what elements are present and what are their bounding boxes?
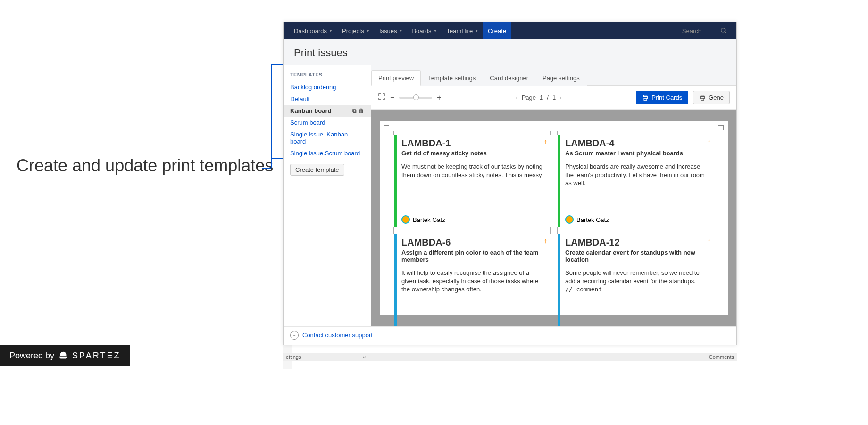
- sliver-text: Comments: [709, 354, 737, 360]
- nav-issues[interactable]: Issues▼: [375, 22, 408, 39]
- svg-point-0: [721, 28, 725, 32]
- caret-down-icon: ▼: [329, 29, 333, 33]
- card-grid: ↑ LAMBDA-1 Get rid of messy sticky notes…: [390, 131, 718, 326]
- crop-mark-icon: [390, 131, 394, 135]
- tab-card-designer[interactable]: Card designer: [483, 70, 535, 86]
- template-label: Backlog ordering: [290, 84, 336, 91]
- templates-sidebar: TEMPLATES Backlog ordering Default Kanba…: [284, 65, 371, 326]
- caret-down-icon: ▼: [366, 29, 370, 33]
- card-cell: ↑ LAMBDA-1 Get rid of messy sticky notes…: [390, 131, 554, 230]
- crop-mark-icon: [714, 230, 718, 234]
- tab-row: Print preview Template settings Card des…: [371, 65, 736, 86]
- powered-prefix: Powered by: [9, 351, 54, 361]
- zoom-slider[interactable]: [399, 97, 432, 99]
- card-key: LAMBDA-1: [401, 138, 545, 149]
- contact-support-link[interactable]: Contact customer support: [302, 332, 373, 339]
- nav-create-button[interactable]: Create: [483, 22, 511, 39]
- template-label: Kanban board: [290, 107, 331, 114]
- sliver-text: ettings: [283, 354, 301, 360]
- caret-down-icon: ▼: [399, 29, 403, 33]
- card-title: Get rid of messy sticky notes: [401, 150, 545, 157]
- nav-teamhire[interactable]: TeamHire▼: [442, 22, 484, 39]
- footer-bar: ⌣ Contact customer support: [284, 326, 736, 343]
- page-navigation: ‹ Page 1 / 1 ›: [516, 94, 561, 101]
- template-item-default[interactable]: Default: [284, 93, 371, 105]
- nav-projects-label: Projects: [342, 27, 364, 34]
- page-current: 1: [540, 94, 543, 101]
- trash-icon[interactable]: 🗑: [359, 108, 364, 114]
- caret-down-icon: ▼: [475, 29, 478, 33]
- nav-projects[interactable]: Projects▼: [337, 22, 375, 39]
- crop-mark-icon: [550, 230, 554, 234]
- nav-search[interactable]: Search: [682, 27, 731, 34]
- page-header: Print issues: [284, 39, 736, 65]
- fullscreen-icon[interactable]: [378, 93, 385, 102]
- card-key: LAMBDA-6: [401, 237, 545, 248]
- nav-dashboards-label: Dashboards: [294, 27, 327, 34]
- zoom-in-icon[interactable]: +: [437, 94, 441, 102]
- zoom-slider-knob[interactable]: [413, 94, 419, 100]
- caret-down-icon: ▼: [434, 29, 437, 33]
- nav-issues-label: Issues: [379, 27, 397, 34]
- issue-card: ↑ LAMBDA-6 Assign a different pin color …: [394, 234, 550, 326]
- sliver-text: ‹‹: [362, 354, 366, 360]
- page-label: Page: [522, 94, 536, 101]
- nav-boards-label: Boards: [412, 27, 431, 34]
- crop-mark-icon: [550, 227, 554, 230]
- card-assignee: Bartek Gatz: [565, 215, 609, 224]
- tab-print-preview[interactable]: Print preview: [371, 70, 421, 86]
- search-placeholder: Search: [682, 27, 701, 34]
- template-label: Single issue. Kanban board: [290, 131, 364, 145]
- left-caption: Create and update print templates: [17, 156, 273, 176]
- priority-up-icon: ↑: [708, 138, 711, 145]
- card-title: Assign a different pin color to each of …: [401, 249, 545, 263]
- page-prev-icon[interactable]: ‹: [516, 94, 517, 101]
- avatar-icon: [565, 215, 574, 224]
- page-sep: /: [547, 94, 549, 101]
- svg-line-1: [725, 32, 726, 34]
- template-item-backlog-ordering[interactable]: Backlog ordering: [284, 81, 371, 93]
- card-code: // comment: [565, 286, 602, 293]
- app-window: Dashboards▼ Projects▼ Issues▼ Boards▼ Te…: [283, 22, 737, 345]
- copy-icon[interactable]: ⧉: [352, 108, 357, 114]
- page-title: Print issues: [294, 47, 726, 59]
- card-title: Create calendar event for standups with …: [565, 249, 709, 263]
- spartez-logo-icon: [58, 350, 68, 361]
- card-cell: ↑ LAMBDA-6 Assign a different pin color …: [390, 230, 554, 326]
- card-key: LAMBDA-4: [565, 138, 709, 149]
- template-item-scrum-board[interactable]: Scrum board: [284, 117, 371, 128]
- zoom-out-icon[interactable]: −: [390, 94, 394, 102]
- powered-by-badge: Powered by SPARTEZ: [0, 345, 130, 366]
- page-next-icon[interactable]: ›: [559, 94, 561, 101]
- printer-icon: [699, 94, 706, 101]
- create-template-button[interactable]: Create template: [290, 164, 344, 176]
- print-cards-button[interactable]: Print Cards: [636, 91, 688, 104]
- nav-boards[interactable]: Boards▼: [407, 22, 442, 39]
- template-item-kanban-board[interactable]: Kanban board ⧉ 🗑: [284, 105, 371, 117]
- page-total: 1: [552, 94, 556, 101]
- assignee-name: Bartek Gatz: [413, 216, 445, 223]
- priority-up-icon: ↑: [544, 237, 547, 245]
- nav-teamhire-label: TeamHire: [447, 27, 473, 34]
- card-description: We must not be keeping track of our task…: [401, 162, 545, 179]
- crop-mark-icon: [554, 227, 558, 230]
- priority-up-icon: ↑: [708, 237, 711, 245]
- crop-mark-icon: [390, 230, 394, 234]
- smile-icon: ⌣: [290, 331, 299, 340]
- tab-page-settings[interactable]: Page settings: [535, 70, 587, 86]
- template-item-single-scrum[interactable]: Single issue.Scrum board: [284, 147, 371, 159]
- card-description: Physical boards are really awesome and i…: [565, 162, 709, 187]
- crop-mark-icon: [714, 227, 718, 230]
- corner-mark-icon: [718, 125, 724, 130]
- print-paper: ↑ LAMBDA-1 Get rid of messy sticky notes…: [380, 121, 728, 315]
- connector-stub: [262, 168, 271, 169]
- tab-template-settings[interactable]: Template settings: [421, 70, 483, 86]
- template-item-single-kanban[interactable]: Single issue. Kanban board: [284, 128, 371, 147]
- card-description: It will help to easily recognise the ass…: [401, 269, 545, 294]
- generate-label: Gene: [709, 94, 724, 101]
- issue-card: ↑ LAMBDA-4 As Scrum master I want physic…: [558, 135, 714, 227]
- nav-dashboards[interactable]: Dashboards▼: [289, 22, 337, 39]
- template-label: Default: [290, 95, 309, 102]
- generate-button[interactable]: Gene: [693, 91, 730, 104]
- card-description: Some people will never remember, so we n…: [565, 269, 709, 294]
